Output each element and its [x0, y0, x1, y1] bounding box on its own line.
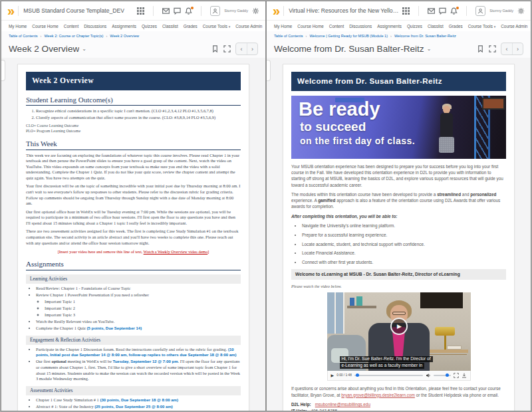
d2l-logo-icon[interactable]: » — [273, 4, 279, 17]
nav-classlist[interactable]: Classlist — [428, 24, 444, 29]
breadcrumb-separator: › — [306, 34, 307, 38]
content-area: Week 2 Overview Student Learning Outcome… — [1, 58, 265, 411]
nav-discussions[interactable]: Discussions — [349, 24, 372, 29]
contact-paragraph: If questions or concerns arise about any… — [291, 385, 506, 398]
topic-card: Week 2 Overview Student Learning Outcome… — [17, 64, 249, 411]
subsection-assessment-activities: Assessment Activities — [26, 386, 241, 395]
gear-icon[interactable] — [517, 7, 525, 15]
list-item: Review Chapter 1 PowerPoint Presentation… — [36, 292, 241, 318]
nav-grades[interactable]: Grades — [449, 24, 463, 29]
it-help-phone: 406-247-5755 — [311, 409, 337, 411]
breadcrumb-link[interactable]: Table of Contents — [9, 34, 38, 38]
video-progress-bar[interactable] — [354, 375, 423, 376]
notification-bell-icon[interactable] — [450, 7, 458, 15]
email-icon[interactable] — [162, 7, 170, 15]
nav-grades[interactable]: Grades — [184, 24, 198, 29]
nav-course-tools[interactable]: Course Tools ▾ — [468, 24, 495, 29]
progress-handle[interactable] — [356, 373, 359, 377]
video-thumbnail[interactable]: ▶ Hi, I'm Dr. Sue Balter-Reitz. I'm the … — [327, 292, 471, 371]
list-item: Navigate the University's online learnin… — [302, 223, 506, 229]
toc-panel-handle[interactable] — [1, 60, 5, 81]
nav-classlist[interactable]: Classlist — [162, 24, 178, 29]
breadcrumb-link[interactable]: Welcome from Dr. Susan Balter-Reitz — [394, 34, 456, 38]
chevron-down-icon[interactable]: ⌄ — [82, 46, 86, 52]
hero-headline: Be ready — [299, 100, 380, 119]
nav-quizzes[interactable]: Quizzes — [142, 24, 157, 29]
window-course-template: » MSUB Standard Course Template_DEV — [1, 1, 265, 411]
previous-topic-button[interactable]: ‹ — [236, 43, 247, 54]
facilitator-email-link[interactable]: bryan.grove@billings.desire2learn.com — [341, 393, 415, 397]
d2l-logo-icon[interactable]: » — [7, 4, 13, 17]
notification-bell-icon[interactable] — [185, 7, 192, 15]
next-topic-button[interactable]: › — [512, 43, 523, 54]
lamp-decoration — [435, 327, 455, 336]
breadcrumb-link[interactable]: Table of Contents — [274, 34, 303, 38]
nav-course-home[interactable]: Course Home — [297, 24, 323, 29]
fullscreen-icon[interactable] — [454, 373, 459, 378]
breadcrumb-link[interactable]: Welcome | Getting Ready for MSUB (Module… — [309, 34, 388, 38]
fullscreen-icon[interactable] — [489, 45, 496, 52]
chat-icon[interactable] — [174, 7, 181, 15]
slo-list: Recognize ethical considerations in a sp… — [36, 108, 241, 120]
nav-content[interactable]: Content — [329, 24, 344, 29]
content-area: Welcome from Dr. Susan Balter-Reitz Be r… — [267, 58, 531, 411]
chevron-down-icon: ▾ — [229, 25, 231, 29]
nav-content[interactable]: Content — [64, 24, 78, 29]
nav-my-home[interactable]: My Home — [9, 24, 27, 29]
paragraph: Your first discussion will be on the top… — [26, 183, 241, 206]
avatar[interactable] — [210, 6, 220, 16]
shelf-decoration — [347, 306, 376, 308]
chevron-down-icon[interactable]: ⌄ — [427, 46, 432, 52]
page-title[interactable]: Welcome from Dr. Susan Balter-Reitz — [274, 44, 424, 54]
d2l-help-email-link[interactable]: msubonline@msubillings.edu — [315, 402, 370, 407]
topic-banner: Week 2 Overview — [26, 72, 241, 90]
nav-course-admin[interactable]: Course Admin — [235, 24, 262, 29]
nav-my-home[interactable]: My Home — [274, 24, 292, 29]
video-play-button[interactable]: ▶ — [331, 373, 334, 379]
sub-list: Important Topic 1 Important Topic 2 Impo… — [45, 299, 241, 318]
username[interactable]: Stormy Gaddy — [489, 9, 513, 13]
download-icon[interactable] — [462, 373, 467, 378]
bookmark-icon[interactable] — [211, 45, 219, 52]
weekly-overview-demo-link[interactable]: Watch a Weekly Overview video demo — [144, 249, 208, 254]
breadcrumb-link[interactable]: Week 2 Overview — [110, 34, 139, 38]
gear-icon[interactable] — [252, 7, 259, 15]
chat-icon[interactable] — [439, 7, 446, 15]
avatar[interactable] — [475, 6, 485, 16]
previous-topic-button[interactable]: ‹ — [501, 43, 512, 54]
toc-panel-handle[interactable] — [267, 60, 271, 81]
it-help-line: IT Help:406-247-5755 — [291, 408, 506, 411]
volume-icon[interactable] — [426, 373, 431, 378]
nav-assignments[interactable]: Assignments — [377, 24, 402, 29]
next-topic-button[interactable]: › — [247, 43, 257, 54]
username[interactable]: Stormy Gaddy — [224, 9, 248, 13]
course-title[interactable]: MSUB Standard Course Template_DEV — [23, 7, 124, 14]
window-orientation: » Virtual Hive: Resources for the New Ye… — [267, 1, 531, 411]
page-title-row: Welcome from Dr. Susan Balter-Reitz ⌄ ‹ … — [267, 40, 531, 58]
nav-course-home[interactable]: Course Home — [32, 24, 58, 29]
nav-discussions[interactable]: Discussions — [84, 24, 106, 29]
topic-card: Welcome from Dr. Susan Balter-Reitz Be r… — [283, 64, 515, 411]
nav-course-tools[interactable]: Course Tools ▾ — [203, 24, 230, 29]
volume-slider[interactable] — [434, 375, 451, 376]
app-grid-icon[interactable] — [137, 7, 144, 15]
volume-handle[interactable] — [446, 373, 449, 377]
app-grid-icon[interactable] — [402, 7, 410, 15]
outcomes-list: Navigate the University's online learnin… — [302, 223, 506, 265]
play-button[interactable]: ▶ — [390, 318, 408, 335]
bookmark-icon[interactable] — [477, 45, 484, 52]
page-title[interactable]: Week 2 Overview — [9, 44, 79, 54]
fullscreen-icon[interactable] — [223, 45, 231, 52]
nav-assignments[interactable]: Assignments — [112, 24, 136, 29]
nav-quizzes[interactable]: Quizzes — [407, 24, 422, 29]
meeting-time-highlight: Tuesday, September 12 @ 7:00 pm — [112, 360, 178, 363]
course-title[interactable]: Virtual Hive: Resources for the New Yell… — [289, 7, 402, 14]
nav-course-admin[interactable]: Course Admin — [501, 24, 527, 29]
template-placeholder-note: [Insert your video here and remove this … — [26, 249, 241, 255]
list-item: Abstract # 1: State of the Industry (25 … — [36, 404, 241, 410]
list-item: Chapter 1 Case Study Simulation # 1 (30 … — [36, 397, 241, 403]
email-icon[interactable] — [428, 7, 435, 15]
divider — [153, 6, 154, 16]
breadcrumb-link[interactable]: Week 2: Course or Chapter Topic(s) — [44, 34, 103, 38]
chevron-down-icon: ▾ — [494, 25, 496, 29]
